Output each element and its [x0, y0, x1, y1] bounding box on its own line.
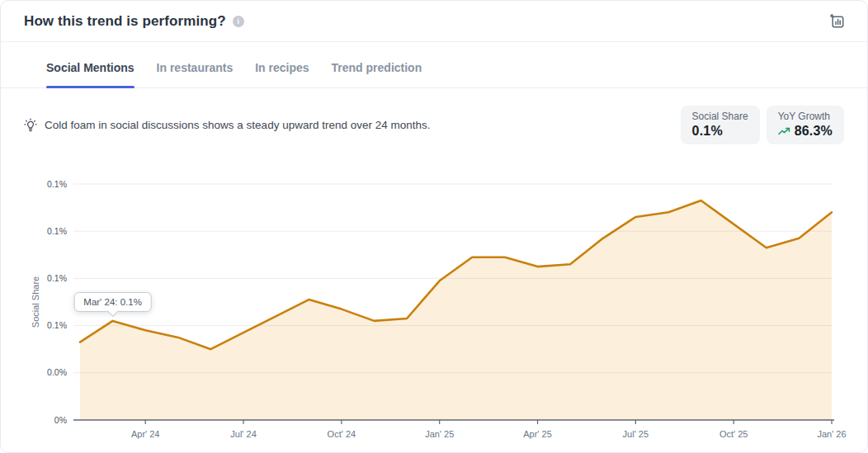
insight-row: Cold foam in social discussions shows a … — [1, 88, 867, 144]
y-axis-label: 0.1% — [47, 179, 67, 189]
chart-tooltip: Mar' 24: 0.1% — [73, 292, 152, 312]
page-title: How this trend is performing? — [24, 13, 226, 30]
x-axis-label: Jan' 26 — [817, 429, 846, 439]
y-axis-label: 0.1% — [47, 273, 67, 283]
chart-export-icon — [829, 13, 846, 30]
tab-trend-prediction[interactable]: Trend prediction — [332, 61, 422, 87]
x-axis-label: Jul' 24 — [230, 429, 256, 439]
x-axis-label: Oct' 24 — [328, 429, 356, 439]
trending-up-icon — [778, 127, 790, 136]
insight-text: Cold foam in social discussions shows a … — [45, 119, 430, 131]
x-axis-label: Oct' 25 — [719, 429, 748, 439]
trend-line — [80, 201, 832, 349]
area-fill — [80, 201, 832, 420]
tab-in-recipes[interactable]: In recipes — [255, 61, 309, 87]
tab-social-mentions[interactable]: Social Mentions — [46, 61, 134, 87]
trend-performance-panel: How this trend is performing? i Social M… — [0, 0, 868, 453]
stat-value: 0.1% — [692, 124, 723, 139]
x-axis-label: Apr' 24 — [131, 429, 160, 439]
y-axis-label: 0.0% — [47, 367, 67, 377]
tab-in-restaurants[interactable]: In restaurants — [157, 61, 234, 87]
stat-label: Social Share — [692, 111, 748, 122]
tooltip-text: Mar' 24: 0.1% — [83, 297, 142, 307]
y-axis-label: 0% — [54, 415, 67, 425]
stat-value: 86.3% — [795, 124, 833, 139]
export-chart-button[interactable] — [828, 12, 847, 31]
y-axis-label: 0.1% — [47, 226, 67, 236]
stat-card-social-share: Social Share 0.1% — [681, 106, 760, 144]
stat-label: YoY Growth — [778, 111, 833, 122]
x-axis-label: Jul' 25 — [623, 429, 649, 439]
panel-header: How this trend is performing? i — [1, 1, 867, 42]
tab-bar: Social Mentions In restaurants In recipe… — [1, 42, 867, 88]
stat-card-yoy-growth: YoY Growth 86.3% — [767, 106, 844, 144]
lightbulb-icon — [23, 118, 38, 133]
y-axis-label: 0.1% — [47, 320, 67, 330]
y-axis-title: Social Share — [31, 276, 40, 328]
x-axis-label: Apr' 25 — [523, 429, 552, 439]
stat-cards: Social Share 0.1% YoY Growth 86.3% — [681, 106, 844, 144]
insight: Cold foam in social discussions shows a … — [23, 118, 430, 133]
info-icon[interactable]: i — [233, 16, 244, 27]
x-axis-label: Jan' 25 — [425, 429, 454, 439]
